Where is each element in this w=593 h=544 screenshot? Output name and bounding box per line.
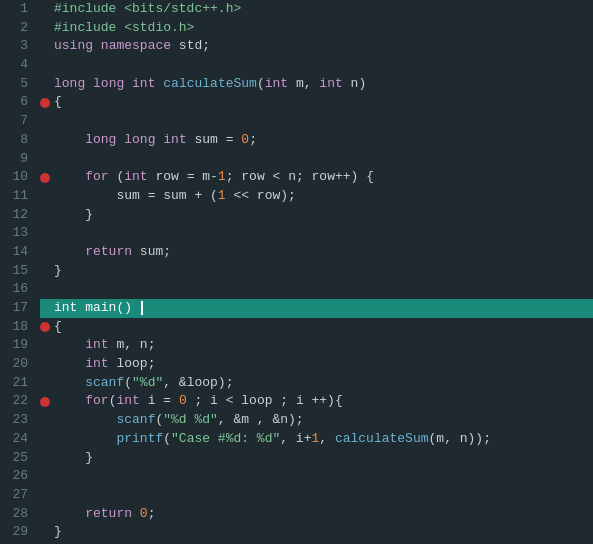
line-number-8: 8 (10, 131, 28, 150)
code-content-18: { (54, 318, 593, 337)
breakpoint-icon[interactable] (40, 173, 50, 183)
no-breakpoint (40, 341, 50, 351)
line-number-14: 14 (10, 243, 28, 262)
code-content-17: int main() (54, 299, 593, 318)
no-breakpoint (40, 79, 50, 89)
no-breakpoint (40, 266, 50, 276)
line-number-25: 25 (10, 449, 28, 468)
line-number-4: 4 (10, 56, 28, 75)
no-breakpoint (40, 60, 50, 70)
code-content-8: long long int sum = 0; (54, 131, 593, 150)
code-lines[interactable]: #include <bits/stdc++.h>#include <stdio.… (36, 0, 593, 544)
no-breakpoint (40, 528, 50, 538)
line-number-22: 22 (10, 392, 28, 411)
no-breakpoint (40, 4, 50, 14)
code-content-10: for (int row = m-1; row < n; row++) { (54, 168, 593, 187)
no-breakpoint (40, 509, 50, 519)
code-line-13 (40, 224, 593, 243)
line-number-16: 16 (10, 280, 28, 299)
code-line-22: for(int i = 0 ; i < loop ; i ++){ (40, 392, 593, 411)
code-content-19: int m, n; (54, 336, 593, 355)
code-line-2: #include <stdio.h> (40, 19, 593, 38)
code-line-3: using namespace std; (40, 37, 593, 56)
breakpoint-icon[interactable] (40, 322, 50, 332)
code-content-1: #include <bits/stdc++.h> (54, 0, 593, 19)
code-line-23: scanf("%d %d", &m , &n); (40, 411, 593, 430)
code-content-20: int loop; (54, 355, 593, 374)
line-numbers: 1234567891011121314151617181920212223242… (0, 0, 36, 544)
code-line-14: return sum; (40, 243, 593, 262)
line-number-17: 17 (10, 299, 28, 318)
code-line-21: scanf("%d", &loop); (40, 374, 593, 393)
no-breakpoint (40, 434, 50, 444)
code-content-25: } (54, 449, 593, 468)
no-breakpoint (40, 415, 50, 425)
code-content-6: { (54, 93, 593, 112)
code-line-4 (40, 56, 593, 75)
line-number-21: 21 (10, 374, 28, 393)
code-content-23: scanf("%d %d", &m , &n); (54, 411, 593, 430)
no-breakpoint (40, 23, 50, 33)
no-breakpoint (40, 490, 50, 500)
breakpoint-icon[interactable] (40, 98, 50, 108)
code-line-19: int m, n; (40, 336, 593, 355)
code-line-25: } (40, 449, 593, 468)
code-line-26 (40, 467, 593, 486)
code-content-22: for(int i = 0 ; i < loop ; i ++){ (54, 392, 593, 411)
code-area[interactable]: 1234567891011121314151617181920212223242… (0, 0, 593, 544)
line-number-13: 13 (10, 224, 28, 243)
line-number-1: 1 (10, 0, 28, 19)
code-line-24: printf("Case #%d: %d", i+1, calculateSum… (40, 430, 593, 449)
code-content-14: return sum; (54, 243, 593, 262)
line-number-23: 23 (10, 411, 28, 430)
line-number-29: 29 (10, 523, 28, 542)
no-breakpoint (40, 285, 50, 295)
code-line-5: long long int calculateSum(int m, int n) (40, 75, 593, 94)
code-content-12: } (54, 206, 593, 225)
no-breakpoint (40, 247, 50, 257)
code-editor: 1234567891011121314151617181920212223242… (0, 0, 593, 544)
code-content-11: sum = sum + (1 << row); (54, 187, 593, 206)
line-number-10: 10 (10, 168, 28, 187)
code-line-12: } (40, 206, 593, 225)
line-number-11: 11 (10, 187, 28, 206)
line-number-2: 2 (10, 19, 28, 38)
code-content-21: scanf("%d", &loop); (54, 374, 593, 393)
no-breakpoint (40, 472, 50, 482)
text-cursor (141, 301, 143, 315)
no-breakpoint (40, 378, 50, 388)
code-line-9 (40, 150, 593, 169)
code-content-2: #include <stdio.h> (54, 19, 593, 38)
breakpoint-icon[interactable] (40, 397, 50, 407)
code-line-7 (40, 112, 593, 131)
line-number-6: 6 (10, 93, 28, 112)
line-number-27: 27 (10, 486, 28, 505)
code-line-6: { (40, 93, 593, 112)
no-breakpoint (40, 210, 50, 220)
line-number-20: 20 (10, 355, 28, 374)
line-number-26: 26 (10, 467, 28, 486)
code-content-5: long long int calculateSum(int m, int n) (54, 75, 593, 94)
no-breakpoint (40, 303, 50, 313)
code-line-11: sum = sum + (1 << row); (40, 187, 593, 206)
line-number-15: 15 (10, 262, 28, 281)
code-line-8: long long int sum = 0; (40, 131, 593, 150)
no-breakpoint (40, 135, 50, 145)
line-number-9: 9 (10, 150, 28, 169)
code-line-17: int main() (40, 299, 593, 318)
line-number-28: 28 (10, 505, 28, 524)
code-line-1: #include <bits/stdc++.h> (40, 0, 593, 19)
line-number-19: 19 (10, 336, 28, 355)
line-number-24: 24 (10, 430, 28, 449)
no-breakpoint (40, 229, 50, 239)
line-number-18: 18 (10, 318, 28, 337)
code-content-15: } (54, 262, 593, 281)
code-content-29: } (54, 523, 593, 542)
code-line-18: { (40, 318, 593, 337)
no-breakpoint (40, 453, 50, 463)
no-breakpoint (40, 191, 50, 201)
code-content-24: printf("Case #%d: %d", i+1, calculateSum… (54, 430, 593, 449)
no-breakpoint (40, 116, 50, 126)
no-breakpoint (40, 359, 50, 369)
no-breakpoint (40, 42, 50, 52)
